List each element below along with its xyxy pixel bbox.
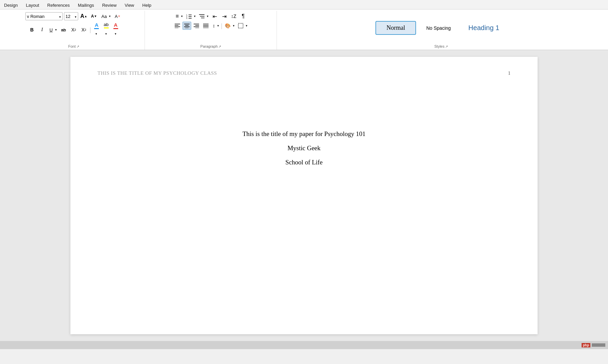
font-color-chevron[interactable] xyxy=(95,30,98,38)
document-title: This is the title of my paper for Psycho… xyxy=(242,130,366,138)
document-author: Mystic Geek xyxy=(287,144,321,152)
font-color-button[interactable]: A xyxy=(92,22,101,30)
change-case-button[interactable]: Aa xyxy=(100,12,109,20)
font-row-1: v Roman 12 A▲ A▼ Aa A✕ xyxy=(25,12,122,20)
menu-help[interactable]: Help xyxy=(138,1,155,9)
align-left-button[interactable] xyxy=(173,22,182,30)
align-left-icon xyxy=(175,23,180,28)
numbering-icon: 1. 2. 3. xyxy=(186,14,192,19)
underline-split[interactable]: U xyxy=(48,26,58,34)
borders-button[interactable] xyxy=(236,22,245,30)
styles-content: Normal No Spacing Heading 1 xyxy=(374,12,508,44)
menu-references[interactable]: References xyxy=(43,1,74,9)
bullets-split[interactable]: ≡ xyxy=(174,12,184,20)
styles-expand-icon[interactable]: ↗ xyxy=(445,45,448,48)
align-center-icon xyxy=(184,23,190,28)
menu-design[interactable]: Design xyxy=(0,1,22,9)
line-spacing-chevron[interactable] xyxy=(217,22,220,30)
font-expand-icon[interactable]: ↗ xyxy=(77,45,79,48)
font-color-split[interactable]: A xyxy=(92,22,101,38)
font-color-red-chevron[interactable] xyxy=(114,30,117,38)
bullets-button[interactable]: ≡ xyxy=(174,12,180,20)
align-right-button[interactable] xyxy=(192,22,201,30)
bold-button[interactable]: B xyxy=(27,26,36,34)
shading-split[interactable]: 🎨 xyxy=(223,22,236,30)
underline-button[interactable]: U xyxy=(48,26,54,34)
menu-mailings[interactable]: Mailings xyxy=(74,1,98,9)
underline-chevron[interactable] xyxy=(55,26,58,34)
increase-indent-button[interactable]: ⇥ xyxy=(220,12,229,20)
justify-button[interactable] xyxy=(201,22,210,30)
borders-split[interactable] xyxy=(236,22,248,30)
divider-2: | xyxy=(221,22,222,29)
multilevel-button[interactable] xyxy=(197,12,206,20)
numbering-split[interactable]: 1. 2. 3. xyxy=(184,12,197,20)
menu-layout[interactable]: Layout xyxy=(22,1,43,9)
font-name-dropdown[interactable]: v Roman xyxy=(25,12,63,20)
clear-formatting-icon: A xyxy=(115,14,118,19)
para-row-1: ≡ 1. 2. 3. xyxy=(174,12,247,20)
strikethrough-button[interactable]: ab xyxy=(59,26,68,34)
highlight-split[interactable]: ab xyxy=(102,22,110,38)
shrink-font-button[interactable]: A▼ xyxy=(90,12,99,20)
style-heading-1[interactable]: Heading 1 xyxy=(461,21,507,35)
shading-button[interactable]: 🎨 xyxy=(223,22,232,30)
paragraph-expand-icon[interactable]: ↗ xyxy=(218,45,221,48)
numbering-chevron[interactable] xyxy=(193,12,197,20)
borders-chevron[interactable] xyxy=(245,22,248,30)
shading-chevron[interactable] xyxy=(232,22,236,30)
shrink-font-icon: A xyxy=(91,14,94,19)
multilevel-split[interactable] xyxy=(197,12,210,20)
grow-font-icon: A xyxy=(80,13,84,19)
font-name-chevron xyxy=(59,14,61,19)
document-header-text: THIS IS THE TITLE OF MY PSYCHOLOGY CLASS xyxy=(97,70,217,76)
decrease-indent-button[interactable]: ⇤ xyxy=(210,12,219,20)
clear-formatting-button[interactable]: A✕ xyxy=(113,12,122,20)
document-body: This is the title of my paper for Psycho… xyxy=(97,130,511,166)
font-row-2: B I U ab X2 X2 | A xyxy=(27,22,120,38)
line-spacing-split[interactable]: ↕ xyxy=(211,22,220,30)
font-color-red-split[interactable]: A xyxy=(112,22,120,38)
document-page[interactable]: THIS IS THE TITLE OF MY PSYCHOLOGY CLASS… xyxy=(70,57,538,334)
menu-view[interactable]: View xyxy=(121,1,138,9)
show-formatting-button[interactable]: ¶ xyxy=(239,12,247,20)
shrink-arrow-icon: ▼ xyxy=(94,15,97,18)
document-institution: School of Life xyxy=(285,159,323,166)
divider-1: | xyxy=(90,26,91,33)
multilevel-icon xyxy=(199,14,204,19)
bullets-chevron[interactable] xyxy=(180,12,184,20)
highlight-chevron[interactable] xyxy=(105,30,108,38)
style-normal[interactable]: Normal xyxy=(375,21,416,35)
multilevel-chevron[interactable] xyxy=(206,12,210,20)
paragraph-section: ≡ 1. 2. 3. xyxy=(145,11,277,50)
font-section: v Roman 12 A▲ A▼ Aa A✕ xyxy=(3,11,145,50)
status-bar: php xyxy=(0,341,608,349)
styles-label: Styles ↗ xyxy=(434,44,448,49)
svg-text:3.: 3. xyxy=(186,17,188,19)
status-indicator xyxy=(592,343,605,347)
menu-review[interactable]: Review xyxy=(98,1,121,9)
italic-button[interactable]: I xyxy=(38,26,46,34)
ribbon: v Roman 12 A▲ A▼ Aa A✕ xyxy=(0,9,608,50)
highlight-button[interactable]: ab xyxy=(102,22,110,30)
grow-font-button[interactable]: A▲ xyxy=(80,12,88,20)
styles-section: Normal No Spacing Heading 1 Styles ↗ xyxy=(277,11,605,50)
superscript-button[interactable]: X2 xyxy=(80,26,88,34)
font-label: Font ↗ xyxy=(68,44,79,49)
subscript-button[interactable]: X2 xyxy=(69,26,78,34)
font-color-red-button[interactable]: A xyxy=(112,22,120,30)
numbering-button[interactable]: 1. 2. 3. xyxy=(184,12,193,20)
align-center-button[interactable] xyxy=(182,22,191,30)
change-case-chevron[interactable] xyxy=(108,12,112,20)
style-normal-label: Normal xyxy=(387,24,405,31)
document-header: THIS IS THE TITLE OF MY PSYCHOLOGY CLASS… xyxy=(97,70,511,76)
menu-bar: Design Layout References Mailings Review… xyxy=(0,0,608,9)
borders-icon xyxy=(238,23,243,28)
style-no-spacing[interactable]: No Spacing xyxy=(419,22,458,35)
sort-button[interactable]: ↕Z xyxy=(229,12,238,20)
font-size-dropdown[interactable]: 12 xyxy=(64,12,78,20)
line-spacing-button[interactable]: ↕ xyxy=(211,22,217,30)
style-heading-1-label: Heading 1 xyxy=(469,24,499,31)
php-badge: php xyxy=(582,343,590,347)
change-case-split[interactable]: Aa xyxy=(100,12,112,20)
